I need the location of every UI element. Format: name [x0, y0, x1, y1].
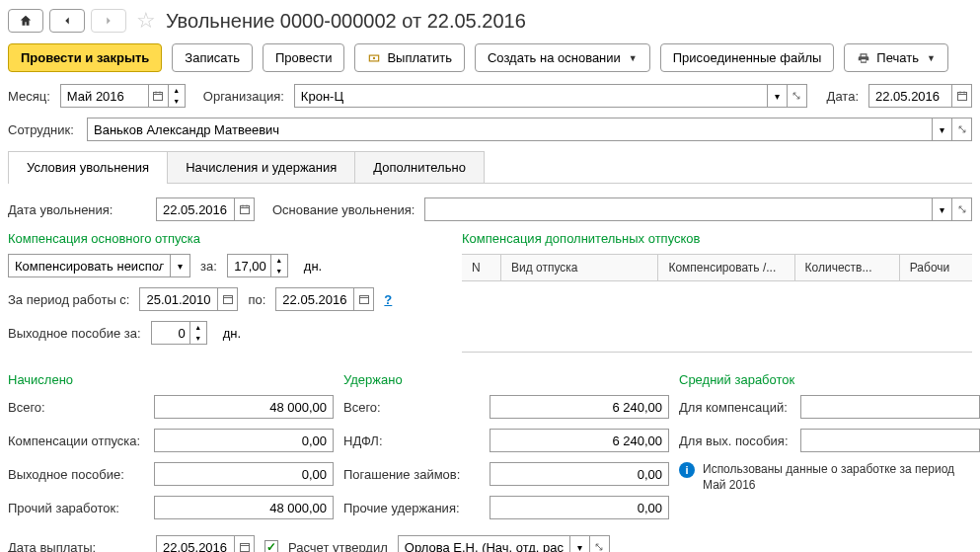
money-icon: [367, 51, 381, 65]
po-label: по:: [248, 292, 265, 307]
org-input[interactable]: [294, 84, 768, 108]
accrued-title: Начислено: [8, 372, 334, 387]
other-ded-input[interactable]: [490, 496, 669, 519]
za-label: за:: [200, 259, 217, 274]
month-down-button[interactable]: ▼: [169, 96, 185, 107]
comp-leave-input[interactable]: [154, 429, 334, 452]
print-button[interactable]: Печать▼: [844, 43, 948, 72]
month-calendar-button[interactable]: [149, 84, 169, 108]
for-comp-label: Для компенсаций:: [679, 400, 792, 415]
other-ded-label: Прочие удержания:: [343, 501, 482, 515]
period-label: За период работы с:: [8, 292, 129, 307]
withheld-total-label: Всего:: [343, 400, 482, 415]
forward-button[interactable]: [91, 9, 126, 33]
tab-additional[interactable]: Дополнительно: [354, 151, 485, 183]
org-dropdown-button[interactable]: ▾: [768, 84, 788, 108]
tab-conditions[interactable]: Условия увольнения: [8, 151, 168, 183]
for-comp-input[interactable]: [800, 395, 980, 419]
comp-days-down[interactable]: ▼: [271, 266, 287, 276]
calendar-icon: [152, 90, 164, 102]
open-icon: [957, 124, 967, 134]
calendar-icon: [222, 293, 234, 305]
period-to-cal[interactable]: [354, 287, 374, 311]
severance-down[interactable]: ▼: [190, 333, 206, 344]
for-sev-label: Для вых. пособия:: [679, 434, 792, 448]
home-button[interactable]: [8, 9, 43, 33]
dismiss-reason-input[interactable]: [424, 197, 933, 221]
comp-main-title: Компенсация основного отпуска: [8, 231, 442, 246]
severance-amount-label: Выходное пособие:: [8, 467, 146, 482]
approver-open-button[interactable]: [590, 535, 610, 552]
calendar-icon: [358, 293, 370, 305]
ndfl-input[interactable]: [490, 429, 669, 452]
month-input[interactable]: [60, 84, 149, 108]
severance-amount-input[interactable]: [154, 462, 334, 486]
accrued-total-input[interactable]: [154, 395, 334, 419]
additional-leave-table: N Вид отпуска Компенсировать /... Количе…: [462, 254, 972, 281]
svg-rect-2: [154, 93, 163, 101]
employee-dropdown-button[interactable]: ▾: [933, 118, 952, 141]
pay-button[interactable]: Выплатить: [354, 43, 465, 72]
employee-input[interactable]: [87, 118, 933, 141]
doc-date-calendar-button[interactable]: [952, 84, 972, 108]
home-icon: [19, 14, 33, 28]
chevron-down-icon: ▼: [629, 53, 638, 63]
month-label: Месяц:: [8, 89, 50, 104]
severance-days-input[interactable]: [151, 321, 190, 345]
col-type: Вид отпуска: [501, 255, 658, 280]
period-from-cal[interactable]: [218, 287, 238, 311]
additional-leave-body[interactable]: [462, 281, 972, 353]
employee-open-button[interactable]: [952, 118, 972, 141]
back-button[interactable]: [49, 9, 85, 33]
tab-accruals[interactable]: Начисления и удержания: [167, 151, 355, 183]
reason-open-button[interactable]: [952, 197, 972, 221]
svg-rect-4: [240, 206, 249, 214]
dn-label: дн.: [304, 259, 322, 274]
reason-dropdown-button[interactable]: ▾: [933, 197, 952, 221]
post-and-close-button[interactable]: Провести и закрыть: [8, 43, 162, 72]
attached-files-button[interactable]: Присоединенные файлы: [660, 43, 835, 72]
period-to-input[interactable]: [275, 287, 354, 311]
comp-days-input[interactable]: [227, 254, 271, 277]
info-icon: i: [679, 462, 695, 478]
withheld-total-input[interactable]: [490, 395, 669, 419]
comp-days-up[interactable]: ▲: [271, 255, 287, 266]
period-help-link[interactable]: ?: [384, 292, 392, 307]
comp-mode-select[interactable]: [8, 254, 171, 277]
other-earn-input[interactable]: [154, 496, 334, 519]
org-label: Организация:: [203, 89, 284, 104]
severance-dn-label: дн.: [223, 326, 241, 341]
date-label: Дата:: [827, 89, 859, 104]
save-button[interactable]: Записать: [172, 43, 253, 72]
org-open-button[interactable]: [788, 84, 807, 108]
approver-dropdown-button[interactable]: ▾: [570, 535, 590, 552]
approver-input[interactable]: [398, 535, 570, 552]
dismiss-reason-label: Основание увольнения:: [272, 202, 415, 217]
svg-point-1: [373, 56, 375, 58]
doc-date-input[interactable]: [868, 84, 952, 108]
severance-label: Выходное пособие за:: [8, 326, 141, 341]
month-up-button[interactable]: ▲: [169, 85, 185, 96]
comp-add-title: Компенсация дополнительных отпусков: [462, 231, 972, 246]
dismiss-date-label: Дата увольнения:: [8, 202, 146, 217]
dismiss-date-input[interactable]: [156, 197, 235, 221]
paydate-cal[interactable]: [235, 535, 255, 552]
other-earn-label: Прочий заработок:: [8, 501, 146, 515]
favorite-star-icon[interactable]: ☆: [136, 8, 156, 34]
svg-rect-5: [223, 296, 232, 304]
paydate-input[interactable]: [156, 535, 235, 552]
loan-input[interactable]: [490, 462, 669, 486]
severance-up[interactable]: ▲: [190, 322, 206, 333]
svg-rect-3: [957, 93, 966, 101]
comp-mode-dropdown-button[interactable]: ▾: [171, 254, 190, 277]
dismiss-date-calendar-button[interactable]: [235, 197, 255, 221]
period-from-input[interactable]: [139, 287, 218, 311]
post-button[interactable]: Провести: [263, 43, 345, 72]
page-title: Увольнение 0000-000002 от 22.05.2016: [166, 10, 526, 33]
approved-label: Расчет утвердил: [288, 540, 388, 553]
avg-info-text: Использованы данные о заработке за перио…: [703, 462, 980, 493]
approved-checkbox[interactable]: ✓: [264, 540, 278, 552]
for-sev-input[interactable]: [800, 429, 980, 452]
ndfl-label: НДФЛ:: [343, 434, 482, 448]
create-from-button[interactable]: Создать на основании▼: [475, 43, 650, 72]
